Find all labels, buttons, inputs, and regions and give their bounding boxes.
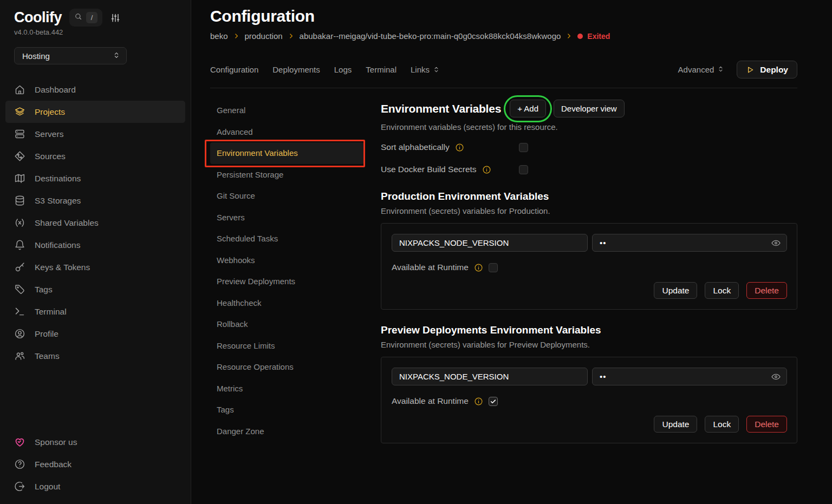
env-variable-card: Available at RuntimeUpdateLockDelete	[381, 223, 797, 310]
add-env-button[interactable]: + Add	[510, 100, 546, 117]
breadcrumb-item[interactable]: beko	[210, 31, 228, 41]
tab-configuration[interactable]: Configuration	[210, 65, 258, 74]
settings-sliders-icon[interactable]	[110, 12, 121, 23]
sidebar-item-label: Logout	[35, 482, 60, 492]
deploy-label: Deploy	[760, 65, 788, 75]
sidebar-item-teams[interactable]: Teams	[5, 345, 185, 367]
toggle-label: Sort alphabetically	[381, 142, 450, 152]
subnav-item-environment-variables[interactable]: Environment Variables	[210, 142, 364, 164]
status-dot	[577, 34, 583, 39]
sidebar-item-dashboard[interactable]: Dashboard	[5, 78, 185, 101]
subnav-item-tags[interactable]: Tags	[210, 399, 364, 421]
sidebar-item-notifications[interactable]: Notifications	[5, 234, 185, 256]
sidebar-item-terminal[interactable]: Terminal	[5, 300, 185, 323]
sidebar-item-label: Feedback	[35, 460, 72, 469]
tab-terminal[interactable]: Terminal	[366, 65, 396, 74]
lock-button[interactable]: Lock	[705, 282, 739, 299]
eye-icon[interactable]	[771, 371, 781, 382]
status-text: Exited	[587, 32, 610, 41]
sidebar-item-tags[interactable]: Tags	[5, 278, 185, 300]
section-title: Production Environment Variables	[381, 191, 797, 202]
env-key-input[interactable]	[392, 368, 588, 385]
sidebar-item-label: Keys & Tokens	[35, 263, 90, 272]
info-icon	[455, 143, 464, 152]
developer-view-button[interactable]: Developer view	[554, 100, 625, 117]
sidebar-item-servers[interactable]: Servers	[5, 123, 185, 145]
chevron-right-icon	[566, 32, 573, 40]
breadcrumb-item[interactable]: abubakar--meigag/vid-tube-beko-pro:main-…	[300, 31, 561, 41]
runtime-checkbox[interactable]	[489, 263, 498, 272]
toggle-row: Use Docker Build Secrets	[381, 163, 797, 176]
map-icon	[14, 173, 25, 184]
chevrons-up-down-icon	[112, 51, 121, 61]
env-key-input[interactable]	[392, 234, 588, 252]
search-button[interactable]: /	[69, 9, 102, 27]
tabs-right: Advanced Deploy	[678, 61, 797, 78]
env-value-input[interactable]	[592, 234, 787, 252]
update-button[interactable]: Update	[654, 416, 697, 433]
sidebar-item-destinations[interactable]: Destinations	[5, 167, 185, 189]
sidebar-item-profile[interactable]: Profile	[5, 323, 185, 345]
tab-deployments[interactable]: Deployments	[272, 65, 320, 74]
subnav-item-label: Danger Zone	[217, 427, 264, 436]
subnav-item-persistent-storage[interactable]: Persistent Storage	[210, 164, 364, 186]
sidebar-item-label: Notifications	[35, 240, 80, 250]
env-value-input[interactable]	[592, 368, 787, 385]
update-button[interactable]: Update	[654, 282, 697, 299]
sidebar-item-logout[interactable]: Logout	[5, 475, 185, 498]
coolify-app: Coolify / v4.0.0-beta.442 Hosting Dashbo…	[0, 0, 832, 504]
sidebar-item-label: Tags	[35, 285, 53, 294]
delete-button[interactable]: Delete	[746, 282, 787, 299]
sidebar-item-s3-storages[interactable]: S3 Storages	[5, 189, 185, 212]
sidebar-item-shared-variables[interactable]: Shared Variables	[5, 212, 185, 234]
subnav-item-git-source[interactable]: Git Source	[210, 185, 364, 207]
play-icon	[746, 66, 755, 74]
delete-button[interactable]: Delete	[746, 416, 787, 433]
toggle-checkbox-use-docker-build-secrets[interactable]	[519, 165, 528, 174]
sidebar-item-projects[interactable]: Projects	[5, 101, 185, 123]
sidebar-item-keys-tokens[interactable]: Keys & Tokens	[5, 256, 185, 278]
info-icon	[474, 397, 483, 406]
runtime-checkbox[interactable]	[489, 397, 498, 406]
subnav-item-general[interactable]: General	[210, 100, 364, 121]
chevron-right-icon	[233, 32, 240, 40]
key-icon	[14, 261, 25, 273]
subnav-item-label: Git Source	[217, 191, 255, 200]
sidebar-item-label: Dashboard	[35, 85, 76, 95]
env-panel-head: Environment Variables + Add Developer vi…	[381, 100, 797, 117]
toggle-checkbox-sort-alphabetically[interactable]	[519, 143, 528, 152]
subnav-item-webhooks[interactable]: Webhooks	[210, 250, 364, 271]
subnav-item-scheduled-tasks[interactable]: Scheduled Tasks	[210, 228, 364, 250]
eye-icon[interactable]	[771, 238, 781, 248]
layers-icon	[14, 106, 25, 117]
breadcrumb-item[interactable]: production	[245, 31, 283, 41]
sidebar-item-sponsor[interactable]: Sponsor us	[5, 431, 185, 453]
lock-button[interactable]: Lock	[705, 416, 739, 433]
card-actions: UpdateLockDelete	[392, 282, 787, 299]
sidebar-item-sources[interactable]: Sources	[5, 145, 185, 167]
sidebar-item-label: Projects	[35, 107, 65, 117]
sidebar-item-label: Destinations	[35, 174, 81, 184]
terminal-icon	[14, 306, 25, 317]
subnav-item-label: Advanced	[217, 127, 253, 136]
subnav-item-advanced[interactable]: Advanced	[210, 121, 364, 143]
tab-label: Logs	[334, 65, 352, 74]
subnav-item-preview-deployments[interactable]: Preview Deployments	[210, 271, 364, 292]
deploy-button[interactable]: Deploy	[737, 61, 797, 78]
advanced-dropdown[interactable]: Advanced	[678, 65, 725, 75]
subnav-item-resource-operations[interactable]: Resource Operations	[210, 356, 364, 378]
sidebar-item-feedback[interactable]: Feedback	[5, 453, 185, 475]
subnav-item-danger-zone[interactable]: Danger Zone	[210, 421, 364, 442]
tab-logs[interactable]: Logs	[334, 65, 352, 74]
subnav-item-label: Resource Operations	[217, 362, 294, 371]
card-actions: UpdateLockDelete	[392, 416, 787, 433]
subnav-item-resource-limits[interactable]: Resource Limits	[210, 335, 364, 357]
subnav-item-metrics[interactable]: Metrics	[210, 378, 364, 400]
user-circle-icon	[14, 328, 25, 339]
subnav-item-healthcheck[interactable]: Healthcheck	[210, 292, 364, 314]
team-select[interactable]: Hosting	[14, 47, 127, 64]
subnav-item-label: Metrics	[217, 384, 243, 393]
subnav-item-rollback[interactable]: Rollback	[210, 313, 364, 335]
subnav-item-servers[interactable]: Servers	[210, 207, 364, 228]
tab-links[interactable]: Links	[411, 65, 440, 74]
